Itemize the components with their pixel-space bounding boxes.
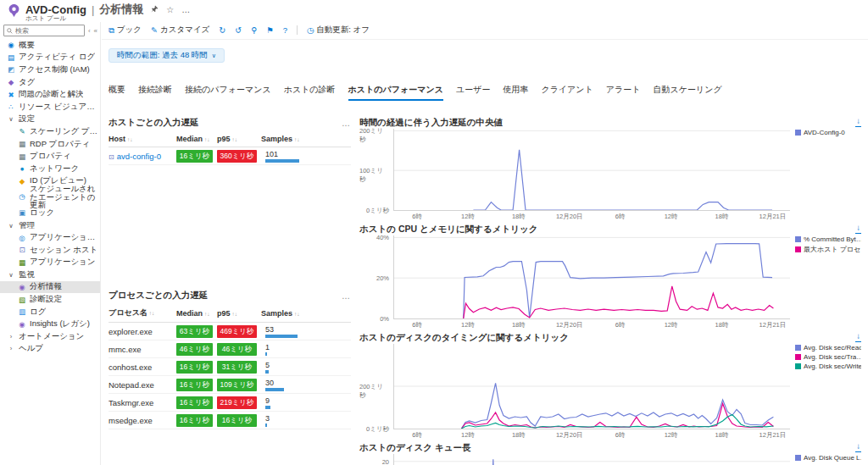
sidebar-item-22[interactable]: ◉Insights (レガシ) <box>0 318 100 330</box>
time-range-filter[interactable]: 時間の範囲: 過去 48 時間 ∨ <box>108 48 225 63</box>
customize-button[interactable]: ✎カスタマイズ <box>151 25 209 36</box>
sidebar-item-2[interactable]: ◩アクセス制御 (IAM) <box>0 64 100 76</box>
download-chart-icon[interactable]: ↓ <box>855 224 861 234</box>
legend-item[interactable]: 最大ホスト プロセッサ… <box>795 245 861 254</box>
chevron-icon: ∨ <box>7 222 15 230</box>
favorite-star-icon[interactable]: ☆ <box>166 5 174 14</box>
sidebar-item-8[interactable]: ▦RDP プロパティ <box>0 138 100 151</box>
sidebar-item-12[interactable]: ◷スケジュールされたエージェントの更新 <box>0 187 100 207</box>
tab-1[interactable]: 接続診断 <box>138 84 172 101</box>
more-options-icon[interactable]: … <box>181 5 190 14</box>
sidebar-item-17[interactable]: ▦アプリケーション <box>0 257 100 269</box>
sort-icon[interactable]: ↑↓ <box>232 136 238 142</box>
y-axis: 0%20%40% <box>359 235 393 319</box>
sidebar-item-23[interactable]: ›オートメーション <box>0 330 100 343</box>
sort-icon[interactable]: ↑↓ <box>204 136 210 142</box>
download-chart-icon[interactable]: ↓ <box>855 332 861 342</box>
legend-item[interactable]: Avg. Disk sec/Write <box>795 363 861 370</box>
tab-3[interactable]: ホストの診断 <box>284 84 336 101</box>
tab-4[interactable]: ホストのパフォーマンス <box>348 84 443 101</box>
sidebar-item-9[interactable]: ▦プロパティ <box>0 150 100 163</box>
reset-button[interactable]: ↺ <box>235 25 242 35</box>
sidebar-item-15[interactable]: ◎アプリケーション グループ <box>0 231 100 244</box>
samples-bar <box>265 335 298 338</box>
chevron-icon: › <box>7 333 15 340</box>
chart-canvas <box>394 344 790 429</box>
sidebar-item-20[interactable]: ▧診断設定 <box>0 293 100 306</box>
sidebar-item-5[interactable]: ∴リソース ビジュアライザー <box>0 101 100 113</box>
x-tick-label: 6時 <box>412 431 422 440</box>
column-header-Host[interactable]: Host↑↓ <box>108 135 176 143</box>
download-chart-icon[interactable]: ↓ <box>855 117 861 127</box>
sort-icon[interactable]: ↑↓ <box>149 310 155 316</box>
legend-swatch <box>795 236 801 242</box>
sidebar-item-16[interactable]: ⊡セッション ホスト <box>0 244 100 257</box>
sidebar-item-10[interactable]: ●ネットワーク <box>0 163 100 175</box>
collapse-icon-2[interactable]: « <box>94 27 97 35</box>
sort-icon[interactable]: ↑↓ <box>294 311 300 317</box>
column-header-Samples[interactable]: Samples↑↓ <box>261 309 351 318</box>
sidebar-item-1[interactable]: ▤アクティビティ ログ <box>0 52 100 64</box>
workbook-button[interactable]: ⧉ブック <box>108 25 142 36</box>
sidebar-item-icon: ◎ <box>18 234 26 242</box>
sort-icon[interactable]: ↑↓ <box>294 136 300 142</box>
host-input-delay-table: ホストごとの入力遅延…Host↑↓Median↑↓p95↑↓Samples↑↓⊡… <box>108 117 351 165</box>
x-tick-label: 12時 <box>665 213 678 221</box>
table-menu-icon[interactable]: … <box>342 119 351 128</box>
sidebar-item-3[interactable]: ◆タグ <box>0 76 100 89</box>
samples-bar <box>265 370 269 374</box>
sort-icon[interactable]: ↑↓ <box>127 136 133 142</box>
help-button[interactable]: ? <box>283 25 287 35</box>
tab-2[interactable]: 接続のパフォーマンス <box>185 84 271 101</box>
samples-cell: 30 <box>261 379 351 391</box>
pushpin-icon[interactable] <box>151 5 159 14</box>
sidebar-item-icon: ▧ <box>18 296 26 304</box>
refresh-button[interactable]: ↻ <box>219 25 225 35</box>
x-tick-label: 12時 <box>461 431 475 440</box>
table-menu-icon[interactable]: … <box>342 291 351 301</box>
sidebar-item-21[interactable]: ▥ログ <box>0 306 100 318</box>
tab-8[interactable]: アラート <box>606 84 641 101</box>
column-header-プロセス名[interactable]: プロセス名↑↓ <box>108 307 176 318</box>
sidebar-item-19[interactable]: ◉分析情報 <box>0 281 100 294</box>
sidebar-item-14[interactable]: ∨管理 <box>0 219 100 232</box>
legend-item[interactable]: Avg. Disk sec/Read <box>795 344 861 352</box>
tab-7[interactable]: クライアント <box>541 84 593 101</box>
auto-refresh-button-label: 自動更新: オフ <box>316 25 370 36</box>
tab-6[interactable]: 使用率 <box>503 84 528 101</box>
legend-item[interactable]: Avg. Disk sec/Tra… <box>795 353 861 361</box>
auto-refresh-button[interactable]: ◷自動更新: オフ <box>307 25 370 36</box>
sidebar-item-icon: ◆ <box>7 78 15 86</box>
sort-icon[interactable]: ↑↓ <box>204 311 210 317</box>
page-header: AVD-Config | 分析情報 ☆ … ホスト プール <box>0 0 868 22</box>
sidebar-item-18[interactable]: ∨監視 <box>0 268 100 281</box>
host-link[interactable]: avd-config-0 <box>117 152 161 161</box>
tab-5[interactable]: ユーザー <box>456 84 490 101</box>
legend-item[interactable]: % Committed Byt… <box>795 235 861 243</box>
collapse-icon-1[interactable]: ‹ <box>88 27 91 35</box>
column-header-Samples[interactable]: Samples↑↓ <box>261 135 351 143</box>
sidebar-item-7[interactable]: ✎スケーリング プラン <box>0 125 100 138</box>
column-header-Median[interactable]: Median↑↓ <box>176 309 217 318</box>
feedback-button[interactable]: ⚑ <box>266 25 274 35</box>
download-chart-icon[interactable]: ↓ <box>855 442 861 452</box>
sidebar-item-4[interactable]: ✖問題の診断と解決 <box>0 88 100 101</box>
legend-swatch <box>795 354 801 360</box>
column-header-Median[interactable]: Median↑↓ <box>176 135 217 143</box>
column-header-p95[interactable]: p95↑↓ <box>217 135 261 143</box>
search-field[interactable] <box>15 27 81 35</box>
legend-item[interactable]: AVD-Config-0 <box>795 129 861 136</box>
column-header-p95[interactable]: p95↑↓ <box>217 309 261 318</box>
sidebar-item-6[interactable]: ∨設定 <box>0 113 100 126</box>
tab-9[interactable]: 自動スケーリング <box>654 84 722 101</box>
sort-icon[interactable]: ↑↓ <box>232 311 238 317</box>
tab-0[interactable]: 概要 <box>108 84 125 101</box>
sidebar-item-0[interactable]: ◉概要 <box>0 39 100 52</box>
process-input-delay-table: プロセスごとの入力遅延…プロセス名↑↓Median↑↓p95↑↓Samples↑… <box>108 290 351 429</box>
p95-badge: 360ミリ秒 <box>217 150 257 163</box>
sidebar-item-24[interactable]: ›ヘルプ <box>0 343 100 356</box>
legend-item[interactable]: Avg. Disk Queue L… <box>795 454 861 462</box>
pin-button[interactable]: ⚲ <box>251 25 257 35</box>
search-input[interactable] <box>3 25 85 36</box>
workbook-button-label: ブック <box>117 25 142 36</box>
